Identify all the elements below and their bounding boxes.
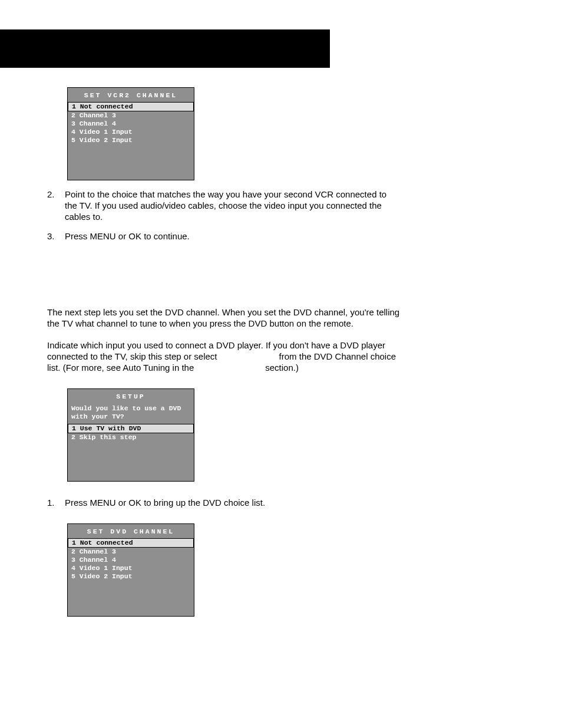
menu-item: 3 Channel 4 — [68, 120, 194, 128]
text-span: section.) — [263, 363, 299, 373]
menu-item-selected: 1 Not connected — [68, 102, 194, 111]
step-text: Point to the choice that matches the way… — [65, 189, 401, 222]
menu-title: SET DVD CHANNEL — [68, 528, 194, 536]
menu-item: 4 Video 1 Input — [68, 564, 194, 572]
step-number: 1. — [47, 497, 65, 508]
step-3: 3. Press MENU or OK to continue. — [47, 230, 401, 242]
menu-item: 3 Channel 4 — [68, 556, 194, 564]
menu-item: 2 Channel 3 — [68, 548, 194, 556]
menu-item-selected: 1 Not connected — [68, 538, 194, 548]
header-black-bar — [0, 29, 330, 68]
menu-panel-dvd: SET DVD CHANNEL 1 Not connected 2 Channe… — [67, 523, 194, 617]
step-1-dvd: 1. Press MENU or OK to bring up the DVD … — [47, 497, 401, 508]
menu-item: 2 Skip this step — [68, 433, 194, 442]
menu-title: SETUP — [68, 393, 194, 401]
menu-item: 5 Video 2 Input — [68, 136, 194, 144]
menu-item: 5 Video 2 Input — [68, 572, 194, 581]
step-text: Press MENU or OK to bring up the DVD cho… — [65, 497, 265, 508]
menu-item: 4 Video 1 Input — [68, 128, 194, 136]
section-heading-dvd: Set the DVD Channel — [47, 258, 401, 272]
italic-text: Not connected — [220, 351, 277, 361]
menu-panel-setup: SETUP Would you like to use a DVD with y… — [67, 388, 194, 482]
step-2: 2. Point to the choice that matches the … — [47, 189, 401, 222]
italic-text: Using the Menus — [196, 363, 263, 373]
menu-item: 2 Channel 3 — [68, 111, 194, 120]
menu-panel-vcr2: SET VCR2 CHANNEL 1 Not connected 2 Chann… — [67, 87, 194, 180]
paragraph: Indicate which input you used to connect… — [47, 340, 401, 373]
step-text: Press MENU or OK to continue. — [65, 230, 190, 242]
step-number: 2. — [47, 189, 65, 222]
menu-title: SET VCR2 CHANNEL — [68, 91, 194, 100]
page-content: SET VCR2 CHANNEL 1 Not connected 2 Chann… — [47, 87, 401, 617]
menu-question: Would you like to use a DVD with your TV… — [68, 403, 194, 423]
step-number: 3. — [47, 230, 65, 242]
paragraph: The next step lets you set the DVD chann… — [47, 307, 401, 329]
menu-item-selected: 1 Use TV with DVD — [68, 424, 194, 433]
